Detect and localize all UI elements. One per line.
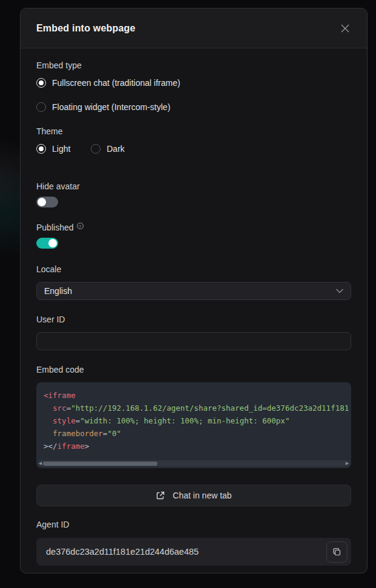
chat-in-new-tab-button[interactable]: Chat in new tab — [36, 485, 351, 506]
published-toggle[interactable] — [36, 238, 58, 249]
embed-code-content: <iframe src="http://192.168.1.62/agent/s… — [36, 389, 351, 452]
dialog-body: Embed type Fullscreen chat (traditional … — [21, 48, 367, 573]
chat-button-label: Chat in new tab — [173, 491, 231, 500]
radio-icon[interactable] — [36, 102, 46, 112]
radio-theme-light[interactable]: Light — [36, 144, 70, 154]
radio-icon[interactable] — [91, 144, 101, 154]
dialog-title: Embed into webpage — [36, 23, 136, 34]
dialog-header: Embed into webpage — [21, 8, 367, 48]
radio-label: Fullscreen chat (traditional iframe) — [52, 78, 180, 88]
embed-dialog: Embed into webpage Embed type Fullscreen… — [20, 8, 368, 573]
close-icon[interactable] — [339, 22, 351, 34]
agent-id-value: de376dc23a2d11f181e21d244d6ae485 — [46, 547, 199, 557]
scroll-left-icon[interactable]: ◀ — [38, 460, 43, 466]
locale-select[interactable]: English — [36, 282, 351, 300]
theme-options: Light Dark — [36, 144, 351, 168]
radio-icon[interactable] — [36, 78, 46, 88]
radio-theme-dark[interactable]: Dark — [91, 144, 125, 154]
embed-code-label: Embed code — [36, 365, 351, 374]
chevron-down-icon — [336, 289, 343, 293]
locale-selected-value: English — [44, 286, 72, 296]
embed-code-block: <iframe src="http://192.168.1.62/agent/s… — [36, 382, 351, 468]
agent-id-label: Agent ID — [36, 520, 351, 529]
radio-icon[interactable] — [36, 144, 46, 154]
published-label: Published — [36, 223, 74, 232]
locale-label: Locale — [36, 264, 351, 274]
scrollbar-thumb[interactable] — [43, 462, 157, 466]
copy-button[interactable] — [326, 541, 348, 563]
hide-avatar-label: Hide avatar — [36, 181, 351, 191]
help-circle-icon[interactable]: ? — [77, 223, 84, 229]
radio-fullscreen-chat[interactable]: Fullscreen chat (traditional iframe) — [36, 78, 351, 88]
radio-label: Floating widget (Intercom-style) — [52, 102, 170, 112]
user-id-label: User ID — [36, 315, 351, 324]
theme-label: Theme — [36, 126, 351, 136]
embed-type-label: Embed type — [36, 60, 351, 70]
radio-floating-widget[interactable]: Floating widget (Intercom-style) — [36, 102, 351, 112]
external-link-icon — [156, 491, 165, 500]
agent-id-bar: de376dc23a2d11f181e21d244d6ae485 — [36, 538, 351, 566]
scroll-right-icon[interactable]: ▶ — [345, 460, 350, 466]
radio-label: Light — [52, 144, 70, 154]
radio-label: Dark — [107, 144, 125, 154]
hide-avatar-toggle[interactable] — [36, 197, 58, 207]
user-id-input[interactable] — [36, 332, 351, 350]
scrollbar-track[interactable] — [43, 460, 345, 466]
horizontal-scrollbar[interactable]: ◀ ▶ — [38, 460, 350, 466]
